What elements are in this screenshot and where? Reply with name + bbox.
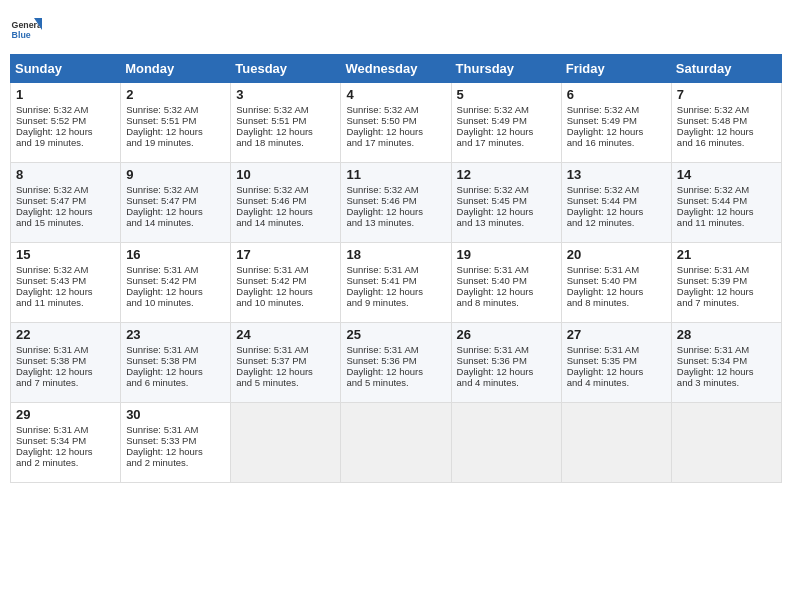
day-info-line: Sunset: 5:35 PM bbox=[567, 355, 666, 366]
calendar-day-9: 9Sunrise: 5:32 AMSunset: 5:47 PMDaylight… bbox=[121, 163, 231, 243]
day-info-line: Sunset: 5:38 PM bbox=[16, 355, 115, 366]
day-info-line: Sunrise: 5:32 AM bbox=[16, 264, 115, 275]
calendar-day-6: 6Sunrise: 5:32 AMSunset: 5:49 PMDaylight… bbox=[561, 83, 671, 163]
calendar-day-15: 15Sunrise: 5:32 AMSunset: 5:43 PMDayligh… bbox=[11, 243, 121, 323]
day-info-line: Sunset: 5:37 PM bbox=[236, 355, 335, 366]
day-info-line: Daylight: 12 hours bbox=[346, 126, 445, 137]
day-info-line: Daylight: 12 hours bbox=[677, 366, 776, 377]
day-number: 1 bbox=[16, 87, 115, 102]
day-info-line: Daylight: 12 hours bbox=[16, 366, 115, 377]
day-info-line: and 5 minutes. bbox=[346, 377, 445, 388]
calendar-day-27: 27Sunrise: 5:31 AMSunset: 5:35 PMDayligh… bbox=[561, 323, 671, 403]
day-info-line: and 19 minutes. bbox=[16, 137, 115, 148]
calendar-day-18: 18Sunrise: 5:31 AMSunset: 5:41 PMDayligh… bbox=[341, 243, 451, 323]
calendar-day-24: 24Sunrise: 5:31 AMSunset: 5:37 PMDayligh… bbox=[231, 323, 341, 403]
day-info-line: Sunset: 5:39 PM bbox=[677, 275, 776, 286]
day-info-line: Sunset: 5:44 PM bbox=[677, 195, 776, 206]
day-number: 7 bbox=[677, 87, 776, 102]
day-info-line: Daylight: 12 hours bbox=[346, 366, 445, 377]
day-info-line: Sunrise: 5:32 AM bbox=[457, 104, 556, 115]
day-info-line: Sunrise: 5:32 AM bbox=[567, 104, 666, 115]
day-info-line: and 19 minutes. bbox=[126, 137, 225, 148]
day-info-line: Sunset: 5:48 PM bbox=[677, 115, 776, 126]
day-info-line: and 6 minutes. bbox=[126, 377, 225, 388]
header-cell-wednesday: Wednesday bbox=[341, 55, 451, 83]
day-info-line: Sunrise: 5:32 AM bbox=[236, 184, 335, 195]
day-info-line: Sunset: 5:41 PM bbox=[346, 275, 445, 286]
day-info-line: Daylight: 12 hours bbox=[346, 206, 445, 217]
day-info-line: and 17 minutes. bbox=[346, 137, 445, 148]
calendar-day-20: 20Sunrise: 5:31 AMSunset: 5:40 PMDayligh… bbox=[561, 243, 671, 323]
calendar-week-1: 1Sunrise: 5:32 AMSunset: 5:52 PMDaylight… bbox=[11, 83, 782, 163]
day-info-line: Sunrise: 5:32 AM bbox=[677, 104, 776, 115]
day-info-line: Daylight: 12 hours bbox=[16, 286, 115, 297]
day-info-line: Sunrise: 5:31 AM bbox=[457, 344, 556, 355]
day-info-line: Daylight: 12 hours bbox=[126, 286, 225, 297]
day-info-line: Sunset: 5:42 PM bbox=[126, 275, 225, 286]
calendar-day-4: 4Sunrise: 5:32 AMSunset: 5:50 PMDaylight… bbox=[341, 83, 451, 163]
header-cell-tuesday: Tuesday bbox=[231, 55, 341, 83]
day-info-line: Sunset: 5:34 PM bbox=[16, 435, 115, 446]
day-info-line: Sunrise: 5:31 AM bbox=[457, 264, 556, 275]
day-info-line: Sunrise: 5:32 AM bbox=[677, 184, 776, 195]
day-info-line: Sunrise: 5:31 AM bbox=[567, 344, 666, 355]
day-info-line: Daylight: 12 hours bbox=[236, 286, 335, 297]
calendar-week-5: 29Sunrise: 5:31 AMSunset: 5:34 PMDayligh… bbox=[11, 403, 782, 483]
day-info-line: Daylight: 12 hours bbox=[457, 206, 556, 217]
logo: General Blue bbox=[10, 14, 46, 46]
calendar-day-5: 5Sunrise: 5:32 AMSunset: 5:49 PMDaylight… bbox=[451, 83, 561, 163]
calendar-day-28: 28Sunrise: 5:31 AMSunset: 5:34 PMDayligh… bbox=[671, 323, 781, 403]
day-info-line: Sunrise: 5:32 AM bbox=[236, 104, 335, 115]
header-cell-thursday: Thursday bbox=[451, 55, 561, 83]
day-number: 8 bbox=[16, 167, 115, 182]
day-info-line: and 18 minutes. bbox=[236, 137, 335, 148]
calendar-day-8: 8Sunrise: 5:32 AMSunset: 5:47 PMDaylight… bbox=[11, 163, 121, 243]
day-info-line: Sunset: 5:51 PM bbox=[126, 115, 225, 126]
day-number: 11 bbox=[346, 167, 445, 182]
day-info-line: Sunrise: 5:31 AM bbox=[16, 424, 115, 435]
day-info-line: Sunrise: 5:31 AM bbox=[16, 344, 115, 355]
day-number: 22 bbox=[16, 327, 115, 342]
day-info-line: Sunrise: 5:32 AM bbox=[16, 104, 115, 115]
day-info-line: Daylight: 12 hours bbox=[16, 446, 115, 457]
day-info-line: Sunset: 5:43 PM bbox=[16, 275, 115, 286]
day-info-line: Sunrise: 5:31 AM bbox=[126, 344, 225, 355]
day-info-line: Sunrise: 5:31 AM bbox=[346, 344, 445, 355]
day-info-line: Sunset: 5:36 PM bbox=[346, 355, 445, 366]
day-info-line: Daylight: 12 hours bbox=[567, 366, 666, 377]
calendar-day-26: 26Sunrise: 5:31 AMSunset: 5:36 PMDayligh… bbox=[451, 323, 561, 403]
day-info-line: and 4 minutes. bbox=[457, 377, 556, 388]
day-info-line: and 7 minutes. bbox=[677, 297, 776, 308]
day-info-line: Daylight: 12 hours bbox=[677, 286, 776, 297]
day-info-line: Daylight: 12 hours bbox=[16, 206, 115, 217]
day-number: 18 bbox=[346, 247, 445, 262]
day-number: 19 bbox=[457, 247, 556, 262]
day-number: 4 bbox=[346, 87, 445, 102]
calendar-day-2: 2Sunrise: 5:32 AMSunset: 5:51 PMDaylight… bbox=[121, 83, 231, 163]
day-info-line: Sunrise: 5:32 AM bbox=[126, 184, 225, 195]
page-header: General Blue bbox=[10, 10, 782, 46]
calendar-day-30: 30Sunrise: 5:31 AMSunset: 5:33 PMDayligh… bbox=[121, 403, 231, 483]
calendar-day-29: 29Sunrise: 5:31 AMSunset: 5:34 PMDayligh… bbox=[11, 403, 121, 483]
day-info-line: Sunrise: 5:31 AM bbox=[677, 264, 776, 275]
day-info-line: Sunset: 5:40 PM bbox=[567, 275, 666, 286]
day-info-line: Daylight: 12 hours bbox=[567, 286, 666, 297]
day-info-line: Sunrise: 5:32 AM bbox=[346, 104, 445, 115]
day-number: 15 bbox=[16, 247, 115, 262]
day-number: 21 bbox=[677, 247, 776, 262]
day-info-line: and 8 minutes. bbox=[457, 297, 556, 308]
general-blue-icon: General Blue bbox=[10, 14, 42, 46]
calendar-day-empty bbox=[341, 403, 451, 483]
calendar-day-19: 19Sunrise: 5:31 AMSunset: 5:40 PMDayligh… bbox=[451, 243, 561, 323]
day-info-line: Daylight: 12 hours bbox=[236, 206, 335, 217]
day-info-line: and 8 minutes. bbox=[567, 297, 666, 308]
day-info-line: Sunrise: 5:31 AM bbox=[677, 344, 776, 355]
day-info-line: Sunrise: 5:31 AM bbox=[346, 264, 445, 275]
day-number: 9 bbox=[126, 167, 225, 182]
day-number: 10 bbox=[236, 167, 335, 182]
day-number: 12 bbox=[457, 167, 556, 182]
day-info-line: Sunrise: 5:31 AM bbox=[126, 424, 225, 435]
header-cell-sunday: Sunday bbox=[11, 55, 121, 83]
calendar-day-empty bbox=[561, 403, 671, 483]
calendar-header: SundayMondayTuesdayWednesdayThursdayFrid… bbox=[11, 55, 782, 83]
